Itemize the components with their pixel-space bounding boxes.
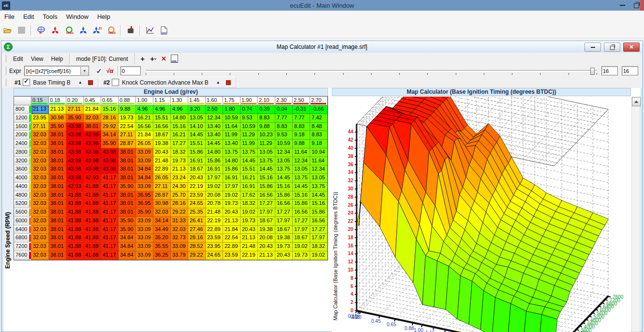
table-cell[interactable]: 21.13: [240, 234, 258, 243]
table-cell[interactable]: 32.03: [31, 174, 49, 183]
table-cell[interactable]: 13.05: [275, 157, 293, 166]
table-cell[interactable]: 33.09: [136, 234, 153, 243]
map1-checkbox[interactable]: [23, 79, 30, 86]
table-cell[interactable]: 14.45: [293, 183, 310, 191]
table-cell[interactable]: 33.09: [136, 226, 153, 234]
row-header-2800[interactable]: 2800: [14, 148, 31, 157]
col-header-2.50[interactable]: 2.50: [293, 97, 310, 105]
table-cell[interactable]: 19.02: [223, 191, 240, 200]
table-cell[interactable]: 14.45: [310, 191, 328, 200]
row-header-1200[interactable]: 1200: [14, 114, 31, 123]
table-cell[interactable]: 25.35: [188, 208, 206, 217]
table-cell[interactable]: 43.98: [84, 157, 101, 166]
table-cell[interactable]: 38.01: [119, 174, 136, 183]
table-cell[interactable]: 41.88: [66, 200, 84, 208]
table-cell[interactable]: 12.34: [206, 114, 223, 123]
table-cell[interactable]: 43.98: [84, 165, 101, 174]
table-cell[interactable]: 38.01: [119, 157, 136, 166]
table-cell[interactable]: 41.17: [101, 208, 119, 217]
mitsubishi-red-button[interactable]: [48, 24, 61, 37]
col-header-0.20[interactable]: 0.20: [66, 97, 84, 105]
table-cell[interactable]: 18.67: [258, 217, 275, 226]
table-cell[interactable]: 43.98: [66, 174, 84, 183]
table-cell[interactable]: 41.88: [66, 243, 84, 251]
table-cell[interactable]: 9.88: [258, 123, 275, 131]
table-cell[interactable]: 38.01: [49, 191, 66, 200]
export-xml-button[interactable]: XML: [169, 54, 180, 64]
table-cell[interactable]: 21.48: [153, 157, 171, 166]
table-cell[interactable]: 16.56: [136, 123, 153, 131]
table-cell[interactable]: 20.43: [223, 208, 240, 217]
table-cell[interactable]: 15.16: [258, 174, 275, 183]
table-cell[interactable]: 14.45: [258, 165, 275, 174]
table-cell[interactable]: 34.14: [153, 217, 171, 226]
table-cell[interactable]: 15.16: [171, 123, 188, 131]
table-cell[interactable]: 32.03: [31, 165, 49, 174]
table-cell[interactable]: 43.98: [101, 165, 119, 174]
table-cell[interactable]: 19.02: [310, 251, 328, 260]
table-cell[interactable]: 17.97: [223, 183, 240, 191]
col-header-2.30[interactable]: 2.30: [275, 97, 293, 105]
table-cell[interactable]: 38.01: [49, 131, 66, 140]
table-cell[interactable]: 35.90: [49, 123, 66, 131]
table-cell[interactable]: 14.80: [171, 114, 188, 123]
table-cell[interactable]: 12.34: [310, 165, 328, 174]
table-cell[interactable]: 22.19: [206, 217, 223, 226]
table-cell[interactable]: 19.38: [153, 140, 171, 148]
table-cell[interactable]: 20.43: [240, 226, 258, 234]
table-cell[interactable]: 38.01: [49, 200, 66, 208]
table-cell[interactable]: 10.23: [258, 131, 275, 140]
row-header-2400[interactable]: 2400: [14, 140, 31, 148]
map1-name[interactable]: Base Timing B: [33, 79, 70, 86]
table-cell[interactable]: 9.88: [119, 105, 136, 114]
col-header-0.65[interactable]: 0.65: [101, 97, 119, 105]
table-cell[interactable]: 32.03: [31, 208, 49, 217]
table-cell[interactable]: 32.03: [31, 183, 49, 191]
table-cell[interactable]: 9.53: [275, 131, 293, 140]
table-cell[interactable]: 27.11: [119, 131, 136, 140]
table-cell[interactable]: 16.21: [171, 131, 188, 140]
table-cell[interactable]: 33.09: [136, 217, 153, 226]
table-cell[interactable]: 28.16: [171, 200, 188, 208]
table-cell[interactable]: 23.59: [188, 191, 206, 200]
col-header-0.18[interactable]: 0.18: [49, 97, 66, 105]
table-cell[interactable]: 33.09: [136, 251, 153, 260]
table-cell[interactable]: 41.17: [101, 174, 119, 183]
table-cell[interactable]: 17.27: [310, 226, 328, 234]
table-cell[interactable]: 19.73: [171, 157, 188, 166]
table-cell[interactable]: 28.16: [101, 114, 119, 123]
table-cell[interactable]: 33.09: [136, 183, 153, 191]
child-close-button[interactable]: ✕: [623, 43, 640, 52]
table-corner-cell[interactable]: [14, 97, 31, 105]
coeff-slider[interactable]: [146, 66, 597, 76]
table-cell[interactable]: 32.03: [31, 140, 49, 148]
surface-plot[interactable]: 0246810121416182022242628303234363840424…: [332, 97, 631, 332]
row-header-4400[interactable]: 4400: [14, 183, 31, 191]
table-cell[interactable]: 18.32: [171, 148, 188, 157]
chevron-down-icon[interactable]: ▼: [80, 67, 89, 75]
apply-expression-button[interactable]: ✓: [94, 66, 105, 76]
child-minimize-button[interactable]: [584, 43, 601, 52]
table-cell[interactable]: 12.34: [293, 157, 310, 166]
col-header-0.15[interactable]: 0.15: [31, 97, 49, 105]
table-cell[interactable]: 43.98: [66, 140, 84, 148]
table-cell[interactable]: 38.01: [49, 148, 66, 157]
table-cell[interactable]: 22.89: [153, 165, 171, 174]
table-cell[interactable]: 43.98: [101, 157, 119, 166]
map1-color-button[interactable]: [88, 80, 93, 85]
col-header-2.10[interactable]: 2.10: [258, 97, 275, 105]
table-cell[interactable]: 38.01: [49, 243, 66, 251]
table-cell[interactable]: 28.16: [188, 234, 206, 243]
table-cell[interactable]: 35.90: [119, 183, 136, 191]
table-cell[interactable]: 19.73: [240, 217, 258, 226]
table-cell[interactable]: 11.29: [258, 140, 275, 148]
table-cell[interactable]: 41.17: [101, 234, 119, 243]
row-header-2000[interactable]: 2000: [14, 131, 31, 140]
table-cell[interactable]: 38.01: [119, 165, 136, 174]
table-cell[interactable]: 8.83: [275, 123, 293, 131]
table-cell[interactable]: 17.27: [293, 217, 310, 226]
table-cell[interactable]: 41.88: [84, 251, 101, 260]
table-cell[interactable]: 38.01: [84, 123, 101, 131]
table-cell[interactable]: 15.86: [310, 208, 328, 217]
table-cell[interactable]: 13.40: [223, 140, 240, 148]
